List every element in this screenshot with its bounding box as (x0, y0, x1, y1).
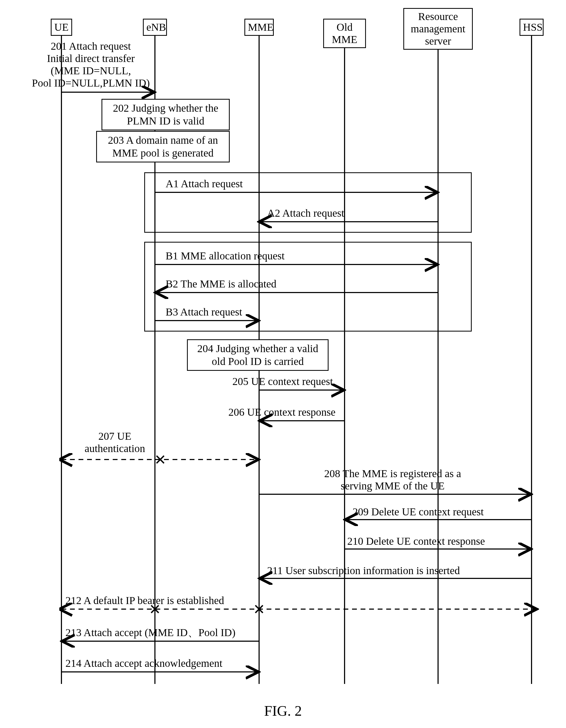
label-212: 212 A default IP bearer is established (65, 594, 224, 607)
label-201-text: 201 Attach request Initial direct transf… (32, 40, 150, 89)
label-b3-text: B3 Attach request (166, 306, 242, 318)
arrows-layer (0, 0, 566, 728)
label-206-text: 206 UE context response (228, 406, 335, 418)
label-b1: B1 MME allocation request (166, 250, 284, 262)
label-210: 210 Delete UE context response (347, 535, 485, 547)
label-209-text: 209 Delete UE context request (353, 506, 484, 518)
label-207-text: 207 UE authentication (85, 430, 145, 454)
label-b3: B3 Attach request (166, 306, 242, 318)
label-207: 207 UE authentication (75, 430, 155, 455)
label-214: 214 Attach accept acknowledgement (65, 657, 223, 669)
label-a2-text: A2 Attach request (267, 207, 344, 219)
figure-caption: FIG. 2 (0, 703, 566, 719)
label-206: 206 UE context response (228, 406, 335, 418)
label-214-text: 214 Attach accept acknowledgement (65, 657, 223, 669)
label-a1: A1 Attach request (166, 178, 243, 190)
label-b2: B2 The MME is allocated (166, 278, 276, 290)
label-a2: A2 Attach request (267, 207, 344, 219)
label-210-text: 210 Delete UE context response (347, 535, 485, 547)
label-209: 209 Delete UE context request (353, 506, 484, 518)
label-205-text: 205 UE context request (232, 375, 333, 387)
label-b2-text: B2 The MME is allocated (166, 278, 276, 290)
label-213: 213 Attach accept (MME ID、Pool ID) (65, 626, 236, 639)
label-a1-text: A1 Attach request (166, 178, 243, 190)
label-211: 211 User subscription information is ins… (267, 565, 460, 577)
label-b1-text: B1 MME allocation request (166, 250, 284, 262)
label-208: 208 The MME is registered as a serving M… (272, 468, 513, 492)
label-208-text: 208 The MME is registered as a serving M… (324, 468, 461, 492)
label-201: 201 Attach request Initial direct transf… (31, 40, 151, 89)
figure-caption-text: FIG. 2 (264, 703, 302, 719)
label-212-text: 212 A default IP bearer is established (65, 594, 224, 606)
label-211-text: 211 User subscription information is ins… (267, 565, 460, 577)
label-205: 205 UE context request (232, 375, 333, 388)
label-213-text: 213 Attach accept (MME ID、Pool ID) (65, 626, 236, 639)
